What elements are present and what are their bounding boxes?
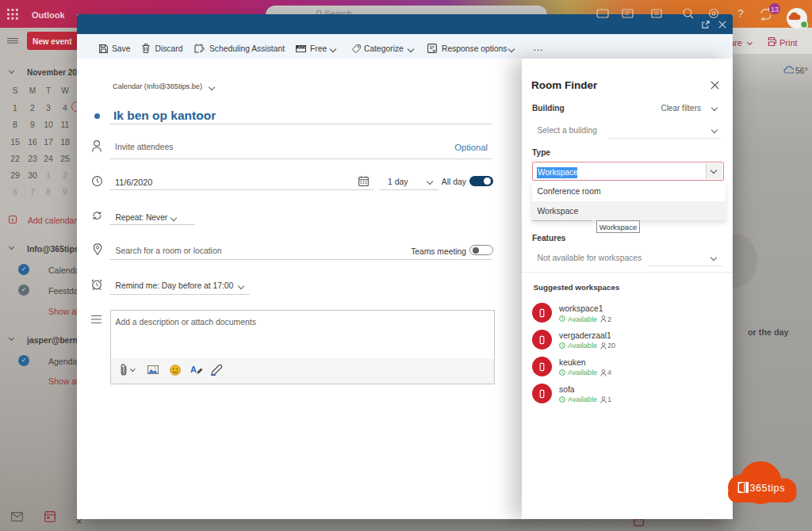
svg-text:A: A [190, 365, 197, 374]
svg-text:13: 13 [771, 6, 779, 13]
svg-text:?: ? [737, 7, 744, 20]
svg-text:365tips: 365tips [750, 483, 786, 494]
